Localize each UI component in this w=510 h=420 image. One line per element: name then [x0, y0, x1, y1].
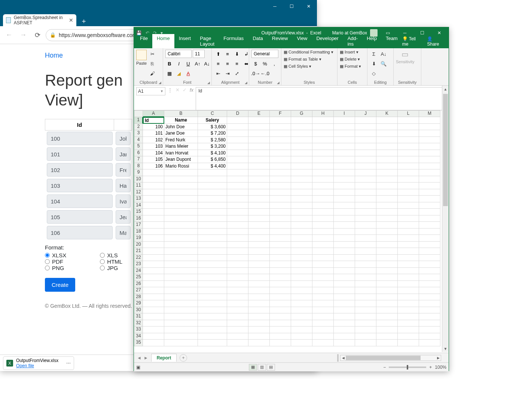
cell[interactable] [398, 137, 419, 144]
column-header[interactable]: I [334, 110, 355, 117]
id-field[interactable] [47, 163, 113, 177]
cell[interactable] [355, 137, 376, 144]
cell[interactable] [248, 176, 270, 183]
cell[interactable] [270, 150, 291, 157]
cell[interactable] [419, 261, 440, 268]
cell[interactable] [143, 261, 164, 268]
row-header[interactable]: 27 [134, 287, 143, 294]
cell[interactable] [312, 143, 334, 150]
cell[interactable] [198, 229, 227, 235]
cell[interactable] [419, 130, 440, 137]
font-name-dropdown[interactable]: Calibri [165, 50, 192, 58]
cell[interactable] [419, 202, 440, 209]
ribbon-tab-home[interactable]: Home [152, 34, 174, 48]
cell[interactable] [143, 294, 164, 301]
cell[interactable] [143, 300, 164, 307]
cell[interactable] [419, 143, 440, 150]
cell[interactable] [334, 327, 355, 333]
cell[interactable] [248, 196, 270, 202]
cell[interactable] [334, 176, 355, 183]
cell[interactable] [419, 340, 440, 346]
cell[interactable] [312, 229, 334, 235]
cell[interactable] [291, 242, 312, 248]
cell[interactable] [334, 215, 355, 222]
cell[interactable] [376, 287, 398, 294]
cell[interactable] [227, 143, 248, 150]
cell[interactable] [376, 189, 398, 196]
page-break-view-button[interactable]: ▤ [267, 364, 275, 371]
cell[interactable] [291, 255, 312, 261]
cell[interactable] [419, 196, 440, 202]
cell[interactable] [419, 307, 440, 314]
cell[interactable] [376, 130, 398, 137]
cell[interactable] [355, 313, 376, 320]
zoom-slider[interactable] [389, 367, 426, 368]
cell[interactable] [198, 320, 227, 327]
cell[interactable] [227, 189, 248, 196]
cell[interactable] [355, 124, 376, 131]
cell[interactable] [376, 340, 398, 346]
cell[interactable] [419, 222, 440, 229]
find-select-icon[interactable]: 🔍 [379, 59, 388, 68]
name-box[interactable]: A1 ▼ [136, 87, 165, 95]
cell[interactable] [398, 229, 419, 235]
cell[interactable] [376, 333, 398, 340]
cell[interactable] [248, 189, 270, 196]
cell[interactable] [248, 124, 270, 131]
cell[interactable] [291, 268, 312, 275]
column-header[interactable]: K [376, 110, 398, 117]
cell[interactable] [227, 248, 248, 255]
cell[interactable] [355, 176, 376, 183]
cell[interactable] [355, 248, 376, 255]
cell[interactable] [376, 143, 398, 150]
column-header[interactable]: G [291, 110, 312, 117]
cell[interactable]: Jane Doe [164, 130, 198, 137]
cell[interactable] [270, 169, 291, 176]
cell[interactable] [291, 235, 312, 242]
cell[interactable] [334, 333, 355, 340]
cell[interactable] [291, 281, 312, 288]
forward-button[interactable]: → [17, 29, 29, 41]
cell[interactable] [355, 255, 376, 261]
cell[interactable] [419, 281, 440, 288]
align-top-icon[interactable]: ⬆ [214, 50, 222, 58]
cell[interactable] [198, 300, 227, 307]
cell[interactable] [143, 274, 164, 281]
cell[interactable] [334, 248, 355, 255]
cell[interactable] [355, 274, 376, 281]
cell[interactable] [312, 176, 334, 183]
cell[interactable] [398, 169, 419, 176]
dialog-launcher-icon[interactable]: ◢ [159, 81, 161, 85]
cell[interactable] [312, 169, 334, 176]
cell[interactable] [376, 209, 398, 215]
name-field[interactable] [116, 132, 131, 145]
cell[interactable] [270, 268, 291, 275]
new-sheet-button[interactable]: ＋ [180, 354, 187, 362]
cell[interactable] [376, 327, 398, 333]
cell[interactable] [376, 255, 398, 261]
fx-icon[interactable]: fx [190, 87, 193, 93]
qat-customize-icon[interactable]: ▾ [161, 30, 163, 36]
row-header[interactable]: 5 [134, 143, 143, 150]
cell[interactable] [270, 130, 291, 137]
ribbon-tab-help[interactable]: Help [362, 34, 381, 48]
cell[interactable] [376, 150, 398, 157]
cell[interactable] [270, 124, 291, 131]
row-header[interactable]: 28 [134, 294, 143, 301]
column-header[interactable]: H [312, 110, 334, 117]
cell[interactable] [270, 117, 291, 124]
format-option-pdf[interactable]: PDF [45, 258, 66, 265]
cell[interactable] [143, 202, 164, 209]
cell[interactable] [198, 294, 227, 301]
cell[interactable] [227, 169, 248, 176]
dialog-launcher-icon[interactable]: ◢ [277, 81, 280, 85]
cell[interactable] [419, 320, 440, 327]
redo-icon[interactable]: ↷ [153, 30, 157, 36]
cell[interactable] [248, 222, 270, 229]
cell[interactable] [248, 137, 270, 144]
cell[interactable] [355, 287, 376, 294]
cell[interactable] [143, 235, 164, 242]
cell[interactable] [248, 215, 270, 222]
row-header[interactable]: 4 [134, 137, 143, 144]
minimize-button[interactable]: ─ [266, 0, 283, 13]
